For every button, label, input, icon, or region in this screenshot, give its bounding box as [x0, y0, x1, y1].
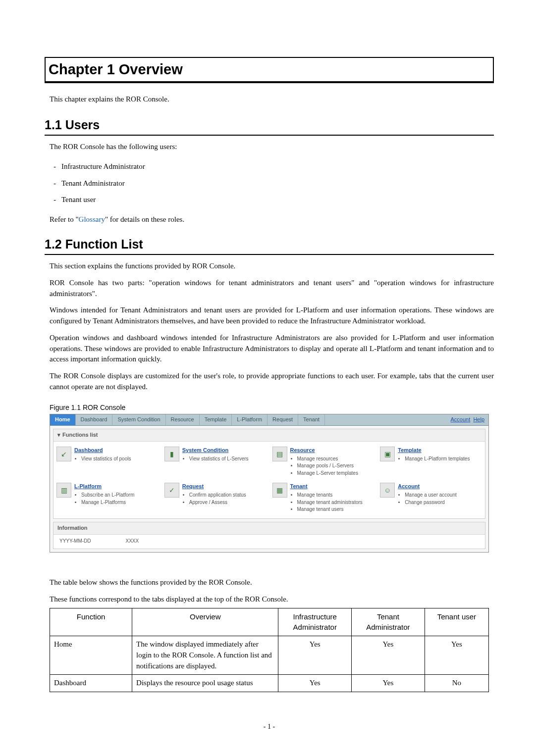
- tab-lplatform[interactable]: L-Platform: [232, 414, 268, 425]
- fn-bullet: Manage tenants: [297, 492, 374, 499]
- help-link[interactable]: Help: [473, 416, 484, 422]
- fn-bullet: Confirm application status: [189, 492, 267, 499]
- th-overview: Overview: [132, 608, 278, 636]
- td-tenant-admin: Yes: [352, 636, 425, 675]
- fn-system-condition: ▮ System Condition View statistics of L-…: [161, 445, 269, 481]
- td-tenant-user: No: [425, 675, 488, 692]
- fn-bullet: Subscribe an L-Platform: [81, 492, 159, 499]
- fn-title-link[interactable]: Template: [398, 447, 482, 454]
- fn-bullet: Manage a user account: [405, 492, 482, 499]
- fn-request: ✓ Request Confirm application status App…: [161, 481, 269, 517]
- fn-title-link[interactable]: Resource: [290, 447, 374, 454]
- section-2-p5: The ROR Console displays are customized …: [50, 371, 494, 393]
- information-panel-header: Information: [54, 522, 485, 535]
- information-panel: Information YYYY-MM-DD XXXX: [53, 522, 485, 549]
- td-function: Dashboard: [50, 675, 132, 692]
- functions-grid: ↙ Dashboard View statistics of pools ▮ S…: [54, 442, 485, 518]
- refer-line: Refer to "Glossary" for details on these…: [50, 214, 494, 225]
- info-text: XXXX: [126, 538, 139, 545]
- th-tenant-admin: Tenant Administrator: [352, 608, 425, 636]
- fn-title-link[interactable]: Tenant: [290, 483, 374, 491]
- fn-bullet: Manage L-Server templates: [297, 470, 374, 477]
- fn-bullet: View statistics of L-Servers: [189, 455, 267, 463]
- tab-home[interactable]: Home: [50, 414, 76, 425]
- server-icon: ▮: [164, 447, 179, 461]
- functions-panel-header[interactable]: Functions list: [54, 429, 485, 442]
- fn-bullet: Manage tenant users: [297, 506, 374, 513]
- ror-tabbar: Home Dashboard System Condition Resource…: [50, 414, 488, 426]
- td-overview: Displays the resource pool usage status: [132, 675, 278, 692]
- chart-icon: ↙: [56, 447, 71, 461]
- list-item: Infrastructure Administrator: [50, 158, 494, 175]
- functions-table: Function Overview Infrastructure Adminis…: [50, 608, 489, 693]
- tenant-icon: ▦: [272, 483, 287, 498]
- td-function: Home: [50, 636, 132, 675]
- chapter-intro: This chapter explains the ROR Console.: [50, 94, 494, 105]
- fn-bullet: Approve / Assess: [189, 499, 267, 506]
- info-date: YYYY-MM-DD: [59, 538, 91, 545]
- lplatform-icon: ▥: [56, 483, 71, 498]
- fn-bullet: Manage L-Platforms: [81, 499, 159, 506]
- figure-caption: Figure 1.1 ROR Console: [50, 403, 494, 412]
- td-infra: Yes: [278, 636, 352, 675]
- fn-title-link[interactable]: Dashboard: [74, 447, 159, 454]
- check-icon: ✓: [164, 483, 179, 498]
- tab-template[interactable]: Template: [200, 414, 232, 425]
- template-icon: ▣: [380, 447, 395, 461]
- fn-title-link[interactable]: L-Platform: [74, 483, 159, 491]
- fn-dashboard: ↙ Dashboard View statistics of pools: [54, 445, 161, 481]
- section-2-p3: Windows intended for Tenant Administrato…: [50, 305, 494, 327]
- td-overview: The window displayed immediately after l…: [132, 636, 278, 675]
- fn-bullet: View statistics of pools: [81, 455, 159, 463]
- fn-bullet: Manage tenant administrators: [297, 499, 374, 506]
- fn-lplatform: ▥ L-Platform Subscribe an L-Platform Man…: [54, 481, 161, 517]
- fn-bullet: Manage resources: [297, 455, 374, 463]
- section-1-title: 1.1 Users: [45, 116, 494, 136]
- after-figure-p7: These functions correspond to the tabs d…: [50, 594, 494, 605]
- ror-console-figure: Home Dashboard System Condition Resource…: [50, 414, 489, 553]
- section-1-lead: The ROR Console has the following users:: [50, 142, 494, 152]
- th-infra-admin: Infrastructure Administrator: [278, 608, 352, 636]
- fn-bullet: Manage pools / L-Servers: [297, 462, 374, 470]
- tab-tenant[interactable]: Tenant: [298, 414, 325, 425]
- glossary-link[interactable]: Glossary: [79, 215, 105, 223]
- tab-request[interactable]: Request: [268, 414, 298, 425]
- table-row: Home The window displayed immediately af…: [50, 636, 489, 675]
- users-list: Infrastructure Administrator Tenant Admi…: [50, 158, 494, 208]
- fn-template: ▣ Template Manage L-Platform templates: [377, 445, 485, 481]
- fn-bullet: Change password: [405, 499, 482, 506]
- user-icon: ☺: [380, 483, 395, 498]
- td-tenant-admin: Yes: [352, 675, 425, 692]
- th-function: Function: [50, 608, 132, 636]
- th-tenant-user: Tenant user: [425, 608, 488, 636]
- page-number: - 1 -: [45, 722, 494, 732]
- after-figure-p6: The table below shows the functions prov…: [50, 577, 494, 588]
- tab-resource[interactable]: Resource: [166, 414, 200, 425]
- list-item: Tenant user: [50, 192, 494, 208]
- table-row: Dashboard Displays the resource pool usa…: [50, 675, 489, 692]
- fn-title-link[interactable]: Account: [398, 483, 482, 491]
- fn-resource: ▤ Resource Manage resources Manage pools…: [269, 445, 377, 481]
- tab-dashboard[interactable]: Dashboard: [76, 414, 113, 425]
- resource-icon: ▤: [272, 447, 287, 461]
- functions-panel: Functions list ↙ Dashboard View statisti…: [53, 429, 485, 519]
- section-2-p2: ROR Console has two parts: "operation wi…: [50, 278, 494, 300]
- fn-title-link[interactable]: Request: [182, 483, 267, 491]
- chapter-title: Chapter 1 Overview: [45, 57, 494, 83]
- section-2-title: 1.2 Function List: [45, 235, 494, 255]
- fn-bullet: Manage L-Platform templates: [405, 455, 482, 463]
- refer-post: " for details on these roles.: [105, 215, 184, 223]
- td-tenant-user: Yes: [425, 636, 488, 675]
- list-item: Tenant Administrator: [50, 175, 494, 192]
- functions-panel-title: Functions list: [62, 432, 98, 438]
- td-infra: Yes: [278, 675, 352, 692]
- fn-account: ☺ Account Manage a user account Change p…: [377, 481, 485, 517]
- section-2-p1: This section explains the functions prov…: [50, 261, 494, 272]
- section-2-p4: Operation windows and dashboard windows …: [50, 333, 494, 365]
- account-help-links: Account Help: [447, 414, 489, 425]
- fn-title-link[interactable]: System Condition: [182, 447, 267, 454]
- tab-system-condition[interactable]: System Condition: [112, 414, 165, 425]
- refer-pre: Refer to ": [50, 215, 79, 223]
- account-link[interactable]: Account: [451, 416, 471, 422]
- fn-tenant: ▦ Tenant Manage tenants Manage tenant ad…: [269, 481, 377, 517]
